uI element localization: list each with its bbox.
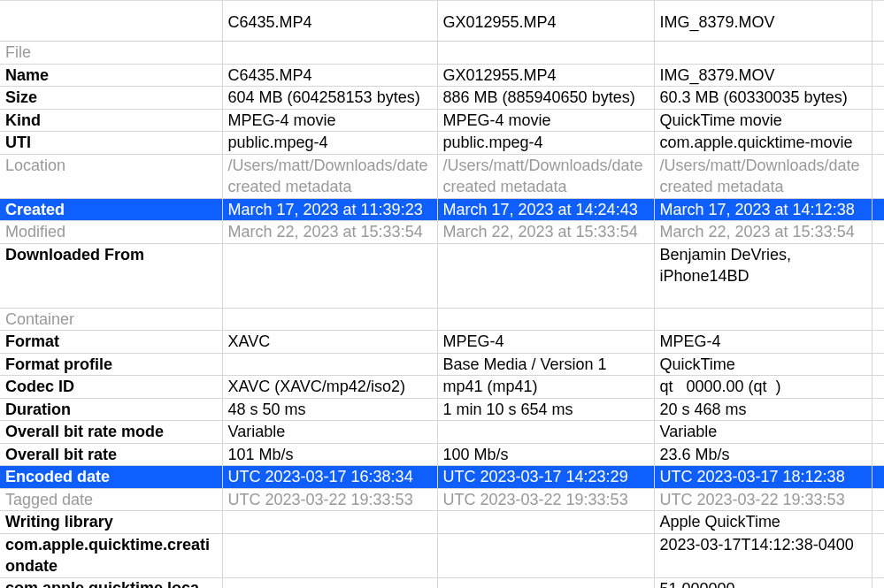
- label-brate: Overall bit rate: [0, 443, 222, 466]
- cell-fprofile-2: Base Media / Version 1: [437, 353, 654, 376]
- label-uti: UTI: [0, 132, 222, 155]
- cell-format-3: MPEG-4: [654, 331, 872, 354]
- cell-codec-3: qt 0000.00 (qt ): [654, 376, 872, 399]
- row-duration[interactable]: Duration 48 s 50 ms 1 min 10 s 654 ms 20…: [0, 398, 884, 421]
- label-format-profile: Format profile: [0, 353, 222, 376]
- cell-qtdate-1: [222, 533, 437, 577]
- row-format-profile[interactable]: Format profile Base Media / Version 1 Qu…: [0, 353, 884, 376]
- cell-downloaded-3: Benjamin DeVries, iPhone14BD: [654, 243, 872, 308]
- cell-qtloca-1: [222, 577, 437, 588]
- label-duration: Duration: [0, 398, 222, 421]
- cell-encoded-1: UTC 2023-03-17 16:38:34: [222, 466, 437, 489]
- label-brmode: Overall bit rate mode: [0, 421, 222, 444]
- label-name: Name: [0, 64, 222, 87]
- cell-kind-2: MPEG-4 movie: [437, 109, 654, 132]
- label-qtloca: com.apple.quicktime.loca: [0, 577, 222, 588]
- cell-uti-3: com.apple.quicktime-movie: [654, 132, 872, 155]
- row-kind[interactable]: Kind MPEG-4 movie MPEG-4 movie QuickTime…: [0, 109, 884, 132]
- metadata-comparison-table: C6435.MP4 GX012955.MP4 IMG_8379.MOV File…: [0, 0, 884, 588]
- label-created: Created: [0, 198, 222, 221]
- label-downloaded: Downloaded From: [0, 243, 222, 308]
- header-row: C6435.MP4 GX012955.MP4 IMG_8379.MOV: [0, 1, 884, 42]
- cell-modified-2: March 22, 2023 at 15:33:54: [437, 221, 654, 244]
- row-location[interactable]: Location /Users/matt/Downloads/date crea…: [0, 154, 884, 198]
- row-downloaded-from[interactable]: Downloaded From Benjamin DeVries, iPhone…: [0, 243, 884, 308]
- cell-tagged-2: UTC 2023-03-22 19:33:53: [437, 488, 654, 511]
- cell-brmode-1: Variable: [222, 421, 437, 444]
- cell-brmode-2: [437, 421, 654, 444]
- cell-size-1: 604 MB (604258153 bytes): [222, 87, 437, 110]
- column-header-3[interactable]: IMG_8379.MOV: [654, 1, 872, 42]
- cell-name-2: GX012955.MP4: [437, 64, 654, 87]
- cell-format-2: MPEG-4: [437, 331, 654, 354]
- cell-duration-2: 1 min 10 s 654 ms: [437, 398, 654, 421]
- cell-size-2: 886 MB (885940650 bytes): [437, 87, 654, 110]
- section-file: File: [0, 42, 884, 65]
- cell-downloaded-2: [437, 243, 654, 308]
- cell-qtdate-2: [437, 533, 654, 577]
- section-label-container: Container: [0, 308, 222, 331]
- cell-codec-1: XAVC (XAVC/mp42/iso2): [222, 376, 437, 399]
- row-uti[interactable]: UTI public.mpeg-4 public.mpeg-4 com.appl…: [0, 132, 884, 155]
- row-name[interactable]: Name C6435.MP4 GX012955.MP4 IMG_8379.MOV: [0, 64, 884, 87]
- label-kind: Kind: [0, 109, 222, 132]
- row-bitrate[interactable]: Overall bit rate 101 Mb/s 100 Mb/s 23.6 …: [0, 443, 884, 466]
- label-wlib: Writing library: [0, 511, 222, 534]
- cell-qtloca-2: [437, 577, 654, 588]
- cell-codec-2: mp41 (mp41): [437, 376, 654, 399]
- cell-wlib-3: Apple QuickTime: [654, 511, 872, 534]
- header-empty: [0, 1, 222, 42]
- cell-created-3: March 17, 2023 at 14:12:38: [654, 198, 872, 221]
- column-header-1[interactable]: C6435.MP4: [222, 1, 437, 42]
- label-format: Format: [0, 331, 222, 354]
- cell-brate-3: 23.6 Mb/s: [654, 443, 872, 466]
- cell-tagged-1: UTC 2023-03-22 19:33:53: [222, 488, 437, 511]
- row-codec-id[interactable]: Codec ID XAVC (XAVC/mp42/iso2) mp41 (mp4…: [0, 376, 884, 399]
- column-header-2[interactable]: GX012955.MP4: [437, 1, 654, 42]
- cell-downloaded-1: [222, 243, 437, 308]
- cell-size-3: 60.3 MB (60330035 bytes): [654, 87, 872, 110]
- cell-fprofile-1: [222, 353, 437, 376]
- cell-encoded-2: UTC 2023-03-17 14:23:29: [437, 466, 654, 489]
- cell-brmode-3: Variable: [654, 421, 872, 444]
- cell-created-2: March 17, 2023 at 14:24:43: [437, 198, 654, 221]
- row-size[interactable]: Size 604 MB (604258153 bytes) 886 MB (88…: [0, 87, 884, 110]
- row-modified[interactable]: Modified March 22, 2023 at 15:33:54 Marc…: [0, 221, 884, 244]
- section-label-file: File: [0, 42, 222, 65]
- cell-location-3: /Users/matt/Downloads/date created metad…: [654, 154, 872, 198]
- cell-uti-1: public.mpeg-4: [222, 132, 437, 155]
- cell-kind-1: MPEG-4 movie: [222, 109, 437, 132]
- label-tagged: Tagged date: [0, 488, 222, 511]
- cell-name-1: C6435.MP4: [222, 64, 437, 87]
- row-quicktime-loca[interactable]: com.apple.quicktime.loca 51.000000: [0, 577, 884, 588]
- row-bitrate-mode[interactable]: Overall bit rate mode Variable Variable: [0, 421, 884, 444]
- cell-brate-2: 100 Mb/s: [437, 443, 654, 466]
- cell-modified-3: March 22, 2023 at 15:33:54: [654, 221, 872, 244]
- row-created[interactable]: Created March 17, 2023 at 11:39:23 March…: [0, 198, 884, 221]
- cell-kind-3: QuickTime movie: [654, 109, 872, 132]
- cell-uti-2: public.mpeg-4: [437, 132, 654, 155]
- cell-brate-1: 101 Mb/s: [222, 443, 437, 466]
- column-header-extra: [872, 1, 884, 42]
- row-format[interactable]: Format XAVC MPEG-4 MPEG-4: [0, 331, 884, 354]
- cell-modified-1: March 22, 2023 at 15:33:54: [222, 221, 437, 244]
- row-quicktime-creationdate[interactable]: com.apple.quicktime.creationdate 2023-03…: [0, 533, 884, 577]
- cell-location-1: /Users/matt/Downloads/date created metad…: [222, 154, 437, 198]
- cell-qtdate-3: 2023-03-17T14:12:38-0400: [654, 533, 872, 577]
- row-tagged-date[interactable]: Tagged date UTC 2023-03-22 19:33:53 UTC …: [0, 488, 884, 511]
- cell-created-1: March 17, 2023 at 11:39:23: [222, 198, 437, 221]
- row-encoded-date[interactable]: Encoded date UTC 2023-03-17 16:38:34 UTC…: [0, 466, 884, 489]
- label-codec: Codec ID: [0, 376, 222, 399]
- cell-fprofile-3: QuickTime: [654, 353, 872, 376]
- label-location: Location: [0, 154, 222, 198]
- cell-wlib-1: [222, 511, 437, 534]
- cell-name-3: IMG_8379.MOV: [654, 64, 872, 87]
- cell-wlib-2: [437, 511, 654, 534]
- cell-qtloca-3: 51.000000: [654, 577, 872, 588]
- cell-duration-1: 48 s 50 ms: [222, 398, 437, 421]
- row-writing-library[interactable]: Writing library Apple QuickTime: [0, 511, 884, 534]
- label-modified: Modified: [0, 221, 222, 244]
- cell-tagged-3: UTC 2023-03-22 19:33:53: [654, 488, 872, 511]
- label-encoded: Encoded date: [0, 466, 222, 489]
- label-size: Size: [0, 87, 222, 110]
